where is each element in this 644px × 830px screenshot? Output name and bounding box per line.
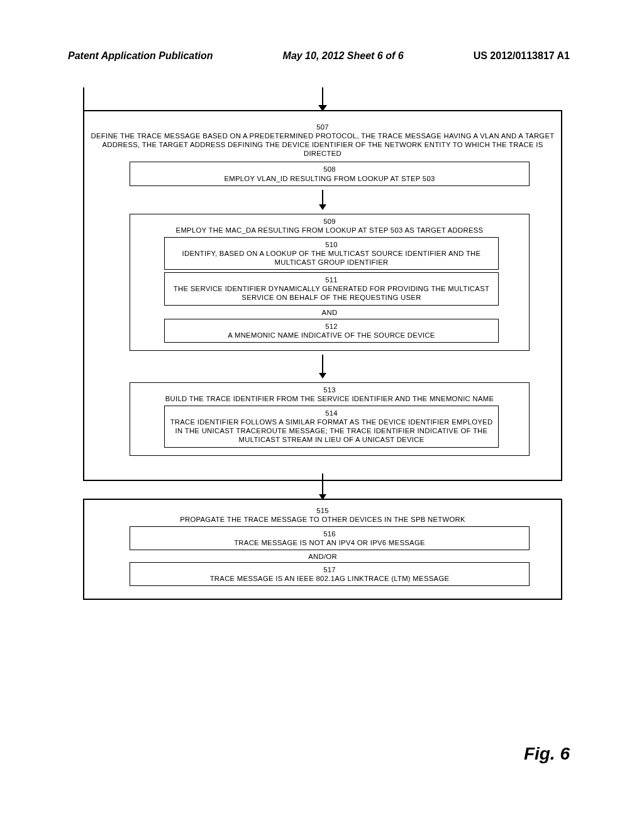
step-513-num: 513 (135, 385, 524, 394)
step-517: 517 TRACE MESSAGE IS AN IEEE 802.1AG LIN… (130, 562, 530, 586)
step-513: 513 BUILD THE TRACE IDENTIFIER FROM THE … (130, 382, 530, 456)
step-515-num: 515 (91, 506, 555, 515)
flowchart: 507 DEFINE THE TRACE MESSAGE BASED ON A … (83, 110, 562, 605)
step-510-num: 510 (170, 240, 493, 249)
step-514-num: 514 (170, 409, 493, 418)
arrow-508-509 (91, 190, 555, 210)
step-516-num: 516 (135, 529, 524, 538)
andor-label: AND/OR (91, 553, 555, 560)
and-label-1: AND (135, 308, 524, 317)
block-515-outer: 515 PROPAGATE THE TRACE MESSAGE TO OTHER… (83, 499, 562, 600)
page-header: Patent Application Publication May 10, 2… (68, 50, 570, 62)
step-511-num: 511 (170, 275, 493, 284)
step-507-text: 507 DEFINE THE TRACE MESSAGE BASED ON A … (91, 123, 555, 158)
svg-marker-3 (319, 204, 326, 210)
step-513-body: BUILD THE TRACE IDENTIFIER FROM THE SERV… (165, 395, 494, 402)
step-517-body: TRACE MESSAGE IS AN IEEE 802.1AG LINKTRA… (210, 575, 450, 582)
step-508-body: EMPLOY VLAN_ID RESULTING FROM LOOKUP AT … (224, 175, 435, 182)
step-507-body: DEFINE THE TRACE MESSAGE BASED ON A PRED… (91, 132, 554, 157)
figure-label: Fig. 6 (524, 744, 570, 764)
step-515-text: 515 PROPAGATE THE TRACE MESSAGE TO OTHER… (91, 506, 555, 524)
step-516-body: TRACE MESSAGE IS NOT AN IPV4 OR IPV6 MES… (234, 539, 425, 546)
step-512-body: A MNEMONIC NAME INDICATIVE OF THE SOURCE… (228, 331, 435, 339)
step-515-body: PROPAGATE THE TRACE MESSAGE TO OTHER DEV… (180, 516, 465, 523)
step-509-body: EMPLOY THE MAC_DA RESULTING FROM LOOKUP … (176, 226, 484, 234)
step-514: 514 TRACE IDENTIFIER FOLLOWS A SIMILAR F… (164, 406, 499, 447)
step-510: 510 IDENTIFY, BASED ON A LOOKUP OF THE M… (164, 237, 499, 270)
svg-marker-5 (319, 373, 326, 379)
step-507-num: 507 (91, 123, 555, 131)
step-511-body: THE SERVICE IDENTIFIER DYNAMICALLY GENER… (174, 285, 489, 301)
header-right: US 2012/0113817 A1 (474, 50, 570, 62)
step-512: 512 A MNEMONIC NAME INDICATIVE OF THE SO… (164, 319, 499, 343)
block-507-outer: 507 DEFINE THE TRACE MESSAGE BASED ON A … (83, 110, 562, 481)
step-510-body: IDENTIFY, BASED ON A LOOKUP OF THE MULTI… (182, 250, 481, 266)
step-516: 516 TRACE MESSAGE IS NOT AN IPV4 OR IPV6… (130, 526, 530, 550)
arrow-509-513 (91, 355, 555, 379)
step-508-num: 508 (135, 165, 524, 174)
step-508: 508 EMPLOY VLAN_ID RESULTING FROM LOOKUP… (130, 162, 530, 185)
step-509-num: 509 (135, 217, 524, 226)
step-511: 511 THE SERVICE IDENTIFIER DYNAMICALLY G… (164, 272, 499, 305)
svg-marker-1 (318, 105, 327, 111)
step-512-num: 512 (170, 322, 493, 331)
arrow-into-icon (316, 87, 329, 114)
header-center: May 10, 2012 Sheet 6 of 6 (283, 50, 404, 62)
step-514-body: TRACE IDENTIFIER FOLLOWS A SIMILAR FORMA… (170, 418, 493, 443)
header-left: Patent Application Publication (68, 50, 213, 62)
step-509: 509 EMPLOY THE MAC_DA RESULTING FROM LOO… (130, 214, 530, 351)
top-connector-line (83, 87, 323, 111)
step-517-num: 517 (135, 565, 524, 574)
